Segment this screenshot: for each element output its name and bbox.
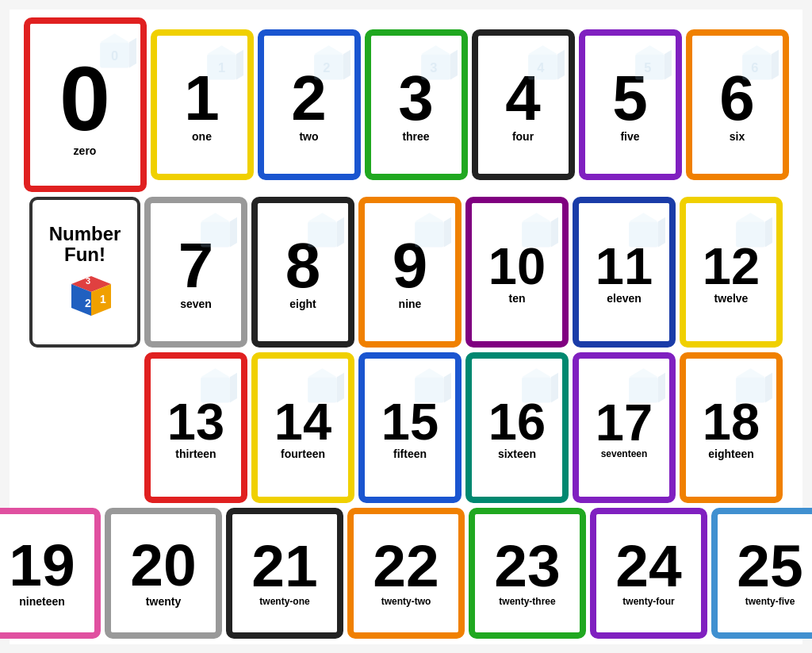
row-3: 13 thirteen 14 fourteen 15 fifteen 16 si… — [17, 352, 795, 503]
num-23: 23 — [494, 536, 560, 596]
word-13: thirteen — [175, 447, 216, 460]
svg-marker-35 — [201, 213, 230, 221]
svg-marker-56 — [308, 368, 337, 377]
svg-marker-18 — [557, 49, 564, 79]
word-2: two — [299, 130, 318, 143]
svg-marker-6 — [236, 49, 243, 79]
card-2: 2 2 two — [258, 29, 361, 180]
svg-marker-41 — [415, 213, 444, 221]
card-14: 14 fourteen — [251, 352, 354, 503]
card-8: 8 eight — [251, 197, 354, 348]
svg-marker-57 — [337, 372, 344, 402]
svg-rect-67 — [736, 377, 765, 402]
num-19: 19 — [9, 536, 75, 595]
svg-marker-21 — [635, 45, 665, 54]
card-5: 5 5 five — [579, 29, 682, 180]
word-11: eleven — [607, 292, 642, 305]
word-17: seventeen — [601, 448, 648, 459]
num-22: 22 — [373, 536, 439, 596]
svg-marker-62 — [522, 368, 551, 377]
svg-text:1: 1 — [217, 60, 224, 75]
svg-text:3: 3 — [86, 276, 90, 286]
card-24: 24 twenty-four — [590, 508, 707, 639]
word-21: twenty-one — [259, 596, 309, 607]
svg-marker-17 — [528, 45, 557, 54]
svg-marker-51 — [765, 217, 772, 247]
card-11: 11 eleven — [573, 197, 676, 348]
svg-rect-49 — [736, 221, 765, 247]
svg-rect-40 — [415, 221, 444, 247]
card-12: 12 twelve — [680, 197, 783, 348]
svg-rect-43 — [522, 221, 551, 247]
word-15: fifteen — [393, 447, 427, 460]
number-fun-title: NumberFun! — [49, 224, 121, 266]
card-13: 13 thirteen — [144, 352, 247, 503]
word-23: twenty-three — [499, 596, 555, 607]
svg-marker-39 — [337, 217, 344, 247]
svg-text:0: 0 — [110, 48, 117, 63]
word-8: eight — [289, 298, 316, 310]
svg-marker-26 — [771, 49, 778, 79]
svg-marker-38 — [308, 213, 337, 221]
svg-rect-64 — [629, 377, 658, 402]
row-2: NumberFun! 2 1 3 7 seven — [17, 197, 795, 348]
svg-marker-54 — [230, 372, 237, 402]
word-14: fourteen — [281, 447, 325, 460]
card-23: 23 twenty-three — [469, 508, 586, 639]
svg-text:6: 6 — [751, 60, 758, 75]
svg-rect-37 — [308, 221, 337, 247]
card-18: 18 eighteen — [680, 352, 783, 503]
card-0: 0 0 zero — [24, 17, 147, 192]
word-9: nine — [399, 298, 422, 310]
svg-marker-48 — [658, 217, 665, 247]
word-12: twelve — [714, 292, 749, 305]
svg-marker-60 — [444, 372, 451, 402]
svg-rect-52 — [201, 377, 230, 402]
card-17: 17 seventeen — [573, 352, 676, 503]
word-1: one — [192, 130, 212, 143]
card-25: 25 twenty-five — [711, 508, 812, 639]
word-10: ten — [509, 292, 526, 305]
main-container: 0 0 zero 1 1 one 2 2 two 3 3 — [10, 10, 802, 644]
row-1: 0 0 zero 1 1 one 2 2 two 3 3 — [17, 17, 795, 192]
card-9: 9 nine — [358, 197, 462, 348]
svg-marker-59 — [415, 368, 444, 377]
card-21: 21 twenty-one — [226, 508, 343, 639]
word-6: six — [730, 130, 745, 143]
num-21: 21 — [251, 536, 317, 596]
card-4: 4 4 four — [472, 29, 575, 180]
svg-rect-34 — [201, 221, 230, 247]
svg-marker-69 — [765, 372, 772, 402]
svg-rect-61 — [522, 377, 551, 402]
word-20: twenty — [146, 595, 181, 608]
svg-text:2: 2 — [323, 60, 330, 75]
svg-marker-36 — [230, 217, 237, 247]
word-22: twenty-two — [381, 596, 431, 607]
word-4: four — [512, 130, 534, 143]
svg-marker-65 — [629, 368, 658, 377]
row-4: 19 nineteen 20 twenty 21 twenty-one 22 t… — [17, 508, 795, 639]
card-7: 7 seven — [144, 197, 247, 348]
svg-rect-58 — [415, 377, 444, 402]
svg-marker-2 — [128, 37, 136, 67]
card-20: 20 twenty — [105, 508, 222, 639]
card-19: 19 nineteen — [0, 508, 101, 639]
svg-marker-14 — [450, 49, 457, 79]
svg-marker-22 — [664, 49, 671, 79]
card-1: 1 1 one — [151, 29, 254, 180]
card-3: 3 3 three — [365, 29, 468, 180]
num-25: 25 — [737, 536, 802, 596]
svg-text:5: 5 — [644, 60, 651, 75]
svg-marker-13 — [421, 45, 450, 54]
num-20: 20 — [130, 536, 196, 595]
svg-marker-45 — [551, 217, 558, 247]
svg-marker-44 — [522, 213, 551, 221]
card-15: 15 fifteen — [358, 352, 462, 503]
svg-marker-10 — [343, 49, 350, 79]
svg-rect-55 — [308, 377, 337, 402]
svg-marker-25 — [742, 45, 772, 54]
svg-marker-47 — [629, 213, 658, 221]
svg-marker-63 — [551, 372, 558, 402]
svg-marker-42 — [444, 217, 451, 247]
card-22: 22 twenty-two — [347, 508, 465, 639]
